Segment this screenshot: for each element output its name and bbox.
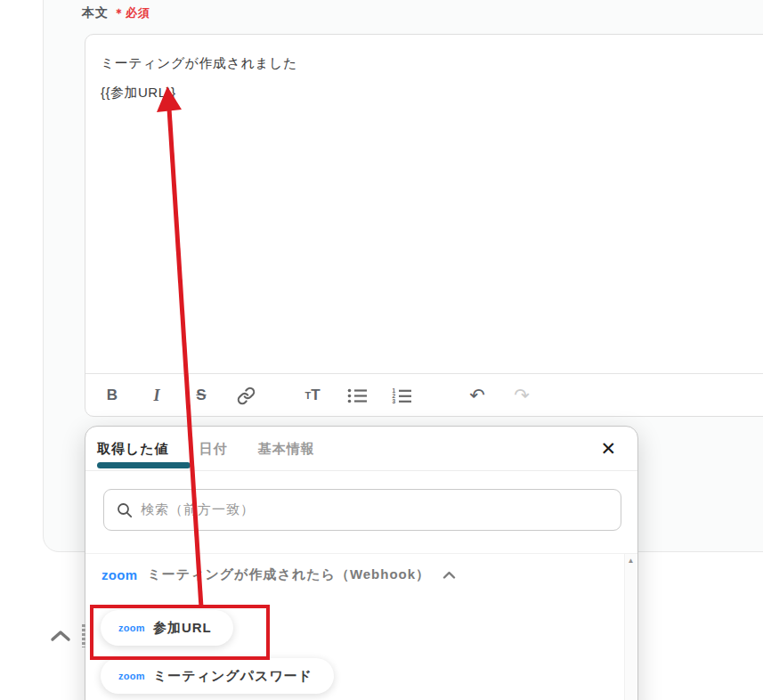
editor-line-1[interactable]: ミーティングが作成されました [101, 48, 763, 77]
list-top-divider [85, 553, 637, 554]
link-icon [237, 387, 256, 405]
bold-button[interactable]: B [99, 387, 126, 404]
editor-line-2[interactable]: {{参加URL}} [101, 77, 763, 107]
numbered-list-icon: 1 2 3 [392, 387, 411, 404]
search-placeholder: 検索（前方一致） [141, 501, 255, 518]
numbered-list-button[interactable]: 1 2 3 [388, 387, 415, 404]
tab-date[interactable]: 日付 [199, 441, 228, 458]
redo-button[interactable]: ↷ [508, 385, 535, 406]
active-tab-indicator [97, 462, 191, 468]
variable-picker-popup: 取得した値 日付 基本情報 ✕ 検索（前方一致） zoom ミーティングが作成さ… [85, 426, 638, 700]
variable-chip-label: ミーティングパスワード [153, 668, 313, 685]
svg-text:3: 3 [393, 397, 396, 403]
popup-scrollbar[interactable]: ▲ [624, 554, 637, 700]
collapse-section-button[interactable] [442, 571, 456, 580]
variable-chip-label: 参加URL [153, 620, 212, 637]
text-size-button[interactable]: TT [299, 387, 326, 404]
search-icon [117, 502, 133, 518]
collapse-field-button[interactable] [50, 630, 71, 642]
trigger-section-title: ミーティングが作成されたら（Webhook） [147, 566, 430, 583]
bullet-list-icon [347, 387, 367, 403]
italic-button[interactable]: I [143, 387, 170, 405]
required-badge: ＊必須 [113, 6, 150, 20]
body-field-label-text: 本文 [82, 5, 109, 20]
link-button[interactable] [232, 387, 259, 405]
body-editor[interactable]: ミーティングが作成されました {{参加URL}} B I S TT 1 [85, 34, 763, 417]
chevron-up-icon [442, 571, 456, 580]
zoom-app-logo: zoom [118, 623, 145, 633]
undo-button[interactable]: ↶ [464, 385, 491, 406]
editor-content[interactable]: ミーティングが作成されました {{参加URL}} [85, 35, 763, 120]
popup-tab-row: 取得した値 日付 基本情報 [85, 427, 637, 458]
text-size-small-t: T [304, 390, 311, 401]
text-size-large-t: T [311, 387, 320, 404]
variable-chip-meeting-password[interactable]: zoom ミーティングパスワード [101, 658, 334, 694]
tab-basic-info[interactable]: 基本情報 [258, 441, 315, 458]
popup-drag-handle[interactable] [82, 624, 85, 647]
strikethrough-button[interactable]: S [188, 387, 215, 404]
chevron-up-icon [50, 630, 71, 642]
scroll-up-arrow-icon[interactable]: ▲ [628, 558, 635, 700]
tab-obtained-values[interactable]: 取得した値 [97, 441, 169, 458]
close-button[interactable]: ✕ [595, 435, 621, 461]
editor-toolbar: B I S TT 1 2 3 [85, 374, 763, 417]
trigger-section-header: zoom ミーティングが作成されたら（Webhook） [101, 566, 456, 583]
variable-chip-join-url[interactable]: zoom 参加URL [101, 610, 233, 646]
zoom-app-logo: zoom [101, 567, 137, 582]
tab-bottom-divider [85, 470, 637, 471]
search-input[interactable]: 検索（前方一致） [103, 489, 621, 531]
zoom-app-logo: zoom [118, 671, 145, 681]
bullet-list-button[interactable] [344, 387, 370, 403]
body-field-label: 本文＊必須 [82, 5, 150, 21]
